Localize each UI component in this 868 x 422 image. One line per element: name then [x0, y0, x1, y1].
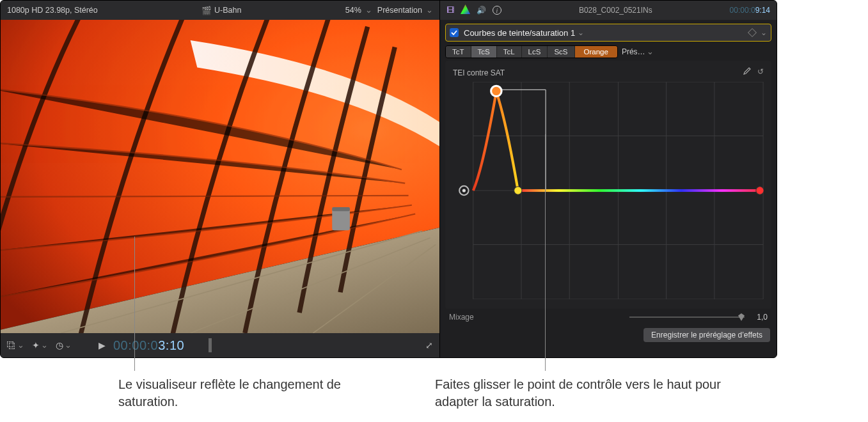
clip-menu[interactable]: 🎬 U-Bahn: [201, 6, 241, 15]
reset-icon[interactable]: ↺: [757, 67, 764, 78]
mix-row: Mixage 1,0: [440, 309, 777, 325]
curve-tabs: TcTTcSTcLLcSScSOrange: [445, 45, 618, 58]
mix-value[interactable]: 1,0: [745, 313, 768, 322]
color-icon[interactable]: [461, 4, 470, 16]
crop-icon[interactable]: ⿻: [7, 340, 24, 350]
audio-icon[interactable]: 🔊: [477, 6, 486, 15]
play-icon[interactable]: ▶: [99, 340, 106, 350]
speed-icon[interactable]: ◷: [56, 340, 72, 350]
leader-right: [545, 134, 546, 371]
format-info: 1080p HD 23.98p, Stéréo: [7, 6, 98, 15]
curve-tab-tcs[interactable]: TcS: [471, 46, 497, 58]
mix-slider[interactable]: [629, 313, 745, 321]
curve-panel: TEI contre SAT ↺: [445, 61, 771, 309]
viewer-bottom-toolbar: ⿻ ✦ ◷ ▶ 00:00:03:10 ⤢: [1, 333, 439, 357]
inspector-pane: 🎞 🔊 i B028_C002_0521INs 00:00:09:14: [440, 1, 777, 357]
chevron-down-icon[interactable]: ⌄: [578, 28, 584, 37]
insp-tc-bright: 9:14: [755, 6, 770, 15]
inspector-timecode: 00:00:09:14: [730, 6, 770, 15]
retime-icon[interactable]: ✦: [32, 340, 48, 350]
keyframe-icon[interactable]: [748, 28, 757, 37]
curve-tab-tct[interactable]: TcT: [446, 46, 471, 58]
effect-checkbox[interactable]: [450, 28, 459, 37]
app-frame: 1080p HD 23.98p, Stéréo 🎬 U-Bahn 54% Pré…: [0, 0, 777, 358]
view-menu[interactable]: Présentation: [377, 6, 433, 15]
curve-tab-lcs[interactable]: LcS: [522, 46, 548, 58]
control-point-orange-peak: [491, 86, 501, 96]
curve-tabs-row: TcTTcSTcLLcSScSOrange Prés…: [440, 42, 777, 58]
viewer-image: [1, 20, 439, 333]
skimmer-marker: [209, 338, 212, 352]
hue-sat-curve[interactable]: [453, 82, 764, 299]
curve-tab-orange[interactable]: Orange: [575, 46, 617, 58]
mix-label: Mixage: [449, 313, 474, 322]
leader-left: [134, 237, 135, 371]
insp-tc-dim: 00:00:0: [730, 6, 755, 15]
viewer-pane: 1080p HD 23.98p, Stéréo 🎬 U-Bahn 54% Pré…: [1, 1, 440, 357]
viewer-topbar: 1080p HD 23.98p, Stéréo 🎬 U-Bahn 54% Pré…: [1, 1, 439, 20]
zoom-menu[interactable]: 54%: [345, 6, 372, 15]
clip-name-label: U-Bahn: [214, 6, 241, 15]
eyedropper-icon[interactable]: [742, 67, 751, 78]
effect-menu-chevron[interactable]: ⌄: [761, 28, 767, 37]
curve-header: TEI contre SAT ↺: [453, 67, 764, 78]
svg-rect-16: [518, 189, 763, 192]
control-point-yellow: [514, 187, 522, 194]
fullscreen-icon[interactable]: ⤢: [425, 340, 433, 350]
preset-menu[interactable]: Prés…: [622, 47, 654, 57]
effect-name-label: Courbes de teinte/saturation 1: [464, 28, 575, 38]
curve-title: TEI contre SAT: [453, 68, 505, 77]
effect-header[interactable]: Courbes de teinte/saturation 1 ⌄ ⌄: [445, 24, 771, 42]
video-viewer[interactable]: [1, 20, 439, 333]
inspector-topbar: 🎞 🔊 i B028_C002_0521INs 00:00:09:14: [440, 1, 777, 20]
curve-tab-scs[interactable]: ScS: [548, 46, 574, 58]
caption-left: Le visualiseur reflète le changement de …: [118, 376, 387, 410]
timecode-display[interactable]: 00:00:03:10: [113, 338, 184, 353]
svg-rect-1: [332, 207, 350, 211]
film-icon[interactable]: 🎞: [446, 6, 454, 15]
timecode-dim: 00:00:0: [113, 338, 158, 352]
inspector-clip-name: B028_C002_0521INs: [579, 6, 652, 15]
curve-tab-tcl[interactable]: TcL: [497, 46, 522, 58]
info-icon[interactable]: i: [493, 6, 501, 15]
caption-right: Faites glisser le point de contrôle vers…: [435, 376, 768, 410]
timecode-bright: 3:10: [158, 338, 184, 352]
svg-point-18: [462, 189, 466, 192]
clapper-icon: 🎬: [201, 6, 212, 15]
save-preset-button[interactable]: Enregistrer le préréglage d’effets: [643, 328, 770, 342]
control-point-right: [756, 187, 764, 194]
